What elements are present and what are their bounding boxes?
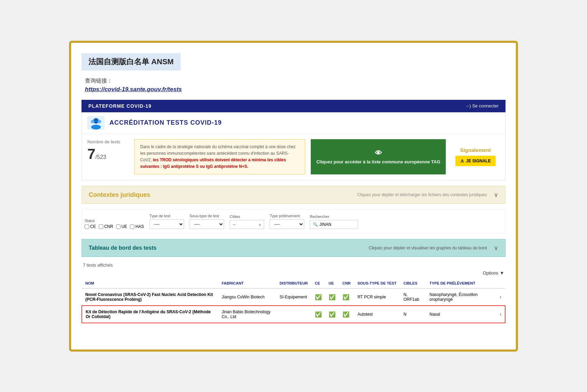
tests-count-label: Nombre de tests bbox=[87, 139, 129, 144]
cell-ce: ✅ bbox=[311, 288, 325, 306]
tableau-title: Tableau de bord des tests bbox=[89, 245, 156, 251]
type-test-label: Type de test bbox=[150, 214, 184, 218]
search-icon: 🔍 bbox=[313, 222, 318, 227]
platform-name: PLATEFORME COVID-19 bbox=[88, 103, 152, 109]
rechercher-input-wrapper[interactable]: 🔍 bbox=[310, 220, 358, 229]
rechercher-label: Rechercher bbox=[310, 214, 358, 219]
svg-point-4 bbox=[98, 120, 101, 123]
filter-rechercher: Rechercher 🔍 bbox=[310, 214, 358, 229]
svg-point-2 bbox=[91, 125, 101, 130]
filter-sous-type: Sous-type de test ---- bbox=[190, 214, 224, 229]
cell-nom: Novel Coronavirus (SRAS-CoV-2) Fast Nucl… bbox=[82, 288, 218, 306]
filter-type-prel: Type prélèvement ---- bbox=[270, 214, 304, 229]
statut-cnr-text: CNR bbox=[104, 224, 113, 229]
cell-cibles: N bbox=[400, 306, 426, 323]
cell-distributeur: SI-Equipement bbox=[276, 288, 311, 306]
eu-tag-button-label: Cliquez pour accéder à la liste commune … bbox=[316, 159, 440, 164]
ce-check-icon: ✅ bbox=[315, 294, 322, 300]
col-sous-type: SOUS-TYPE DE TEST bbox=[354, 278, 400, 288]
cell-ue: ✅ bbox=[325, 288, 339, 306]
statut-has-label[interactable]: HAS bbox=[130, 224, 144, 229]
warning-icon: ⚠ bbox=[460, 159, 464, 163]
cell-action[interactable]: › bbox=[496, 288, 505, 306]
options-button[interactable]: Options ▼ bbox=[483, 270, 504, 276]
cell-action[interactable]: › bbox=[496, 306, 505, 323]
col-type-prel: TYPE DE PRÉLÈVEMENT bbox=[426, 278, 496, 288]
statut-cnr-checkbox[interactable] bbox=[99, 224, 103, 229]
cell-cnr: ✅ bbox=[339, 288, 354, 306]
cnr-check-icon: ✅ bbox=[343, 294, 349, 300]
tests-count-value: 7/523 bbox=[87, 146, 129, 162]
svg-point-3 bbox=[91, 120, 94, 123]
tests-count-total: /523 bbox=[95, 154, 106, 160]
type-prel-select[interactable]: ---- bbox=[270, 219, 304, 229]
options-dropdown-icon: ▼ bbox=[500, 270, 504, 276]
col-ce: CE bbox=[311, 278, 325, 288]
signalement-button[interactable]: ⚠ JE SIGNALE bbox=[455, 156, 495, 166]
statut-has-checkbox[interactable] bbox=[130, 224, 134, 229]
table-header-row: NOM FABRICANT DISTRIBUTEUR CE UE CNR SOU… bbox=[82, 278, 505, 288]
contextes-bar[interactable]: Contextes juridiques Cliquez pour déplie… bbox=[81, 186, 506, 204]
signalement-button-label: JE SIGNALE bbox=[466, 159, 491, 163]
platform-top: Accréditation Tests Covid-19 bbox=[82, 113, 505, 134]
filter-type-test: Type de test ---- bbox=[150, 214, 184, 229]
cell-fabricant: Jiangsu CoWin Biotech bbox=[218, 288, 276, 306]
cell-type-prel: Nasal bbox=[426, 306, 496, 323]
row-detail-arrow-icon[interactable]: › bbox=[500, 294, 501, 300]
cell-nom: Kit de Détection Rapide de l'Antigène du… bbox=[82, 306, 218, 323]
col-distributeur: DISTRIBUTEUR bbox=[276, 278, 311, 288]
statut-cnr-label[interactable]: CNR bbox=[99, 224, 113, 229]
table-row[interactable]: Novel Coronavirus (SRAS-CoV-2) Fast Nucl… bbox=[82, 288, 505, 306]
options-button-label: Options bbox=[483, 270, 498, 276]
info-text-bold: les TROD sérologiques utilisés doivent d… bbox=[140, 157, 286, 169]
rechercher-input[interactable] bbox=[319, 222, 354, 227]
page-title-box: 法国自测版白名单 ANSM bbox=[81, 53, 181, 70]
cell-cnr: ✅ bbox=[339, 306, 354, 323]
sous-type-select[interactable]: ---- bbox=[190, 219, 224, 229]
filters-row: Statut CE CNR UE HAS bbox=[81, 209, 506, 233]
col-ue: UE bbox=[325, 278, 339, 288]
type-prel-label: Type prélèvement bbox=[270, 214, 304, 218]
ue-check-icon: ✅ bbox=[329, 294, 336, 300]
outer-container: 法国自测版白名单 ANSM 查询链接： https://covid-19.san… bbox=[69, 41, 518, 352]
row-detail-arrow-icon[interactable]: › bbox=[500, 311, 501, 317]
eye-icon: 👁 bbox=[375, 149, 382, 157]
login-link[interactable]: →) Se connecter bbox=[465, 103, 499, 108]
table-header: NOM FABRICANT DISTRIBUTEUR CE UE CNR SOU… bbox=[82, 278, 505, 288]
table-row[interactable]: Kit de Détection Rapide de l'Antigène du… bbox=[82, 306, 505, 323]
table-body: Novel Coronavirus (SRAS-CoV-2) Fast Nucl… bbox=[82, 288, 505, 323]
sous-type-label: Sous-type de test bbox=[190, 214, 224, 218]
cell-ue: ✅ bbox=[325, 306, 339, 323]
query-link[interactable]: https://covid-19.sante.gouv.fr/tests bbox=[85, 86, 182, 93]
filter-statut: Statut CE CNR UE HAS bbox=[85, 219, 144, 229]
statut-ue-text: UE bbox=[122, 224, 127, 229]
statut-ue-label[interactable]: UE bbox=[116, 224, 127, 229]
info-box: Dans le cadre de la stratégie nationale … bbox=[134, 139, 305, 175]
eu-tag-button[interactable]: 👁 Cliquez pour accéder à la liste commun… bbox=[311, 139, 446, 175]
tableau-chevron-icon: ∨ bbox=[494, 244, 498, 252]
cell-sous-type: Autotest bbox=[354, 306, 400, 323]
options-row: Options ▼ bbox=[81, 270, 506, 276]
statut-ce-text: CE bbox=[90, 224, 96, 229]
filter-cibles: Cibles -- ∨ bbox=[230, 214, 264, 229]
cnr-check-icon: ✅ bbox=[343, 312, 349, 317]
cibles-label: Cibles bbox=[230, 214, 264, 219]
statut-ce-label[interactable]: CE bbox=[85, 224, 96, 229]
results-table: NOM FABRICANT DISTRIBUTEUR CE UE CNR SOU… bbox=[81, 278, 506, 323]
cibles-dropdown-icon: ∨ bbox=[259, 223, 261, 227]
header-bar: PLATEFORME COVID-19 →) Se connecter bbox=[81, 100, 506, 112]
cell-fabricant: Jinan Babio Biotechnology Co., Ltd bbox=[218, 306, 276, 323]
tableau-bar[interactable]: Tableau de bord des tests Cliquez pour d… bbox=[81, 239, 506, 257]
ce-check-icon: ✅ bbox=[315, 312, 322, 317]
tests-affiches-label: 7 tests affichés bbox=[81, 262, 506, 268]
platform-section: Accréditation Tests Covid-19 Nombre de t… bbox=[81, 112, 506, 181]
cibles-input-wrapper[interactable]: -- ∨ bbox=[230, 220, 264, 229]
col-nom: NOM bbox=[82, 278, 218, 288]
statut-ue-checkbox[interactable] bbox=[116, 224, 121, 229]
query-section: 查询链接： https://covid-19.sante.gouv.fr/tes… bbox=[81, 77, 506, 93]
cell-type-prel: Nasopharyngé, Écouvillon oropharyngé bbox=[426, 288, 496, 306]
tests-count-box: Nombre de tests 7/523 bbox=[87, 139, 129, 175]
type-test-select[interactable]: ---- bbox=[150, 219, 184, 229]
statut-ce-checkbox[interactable] bbox=[85, 224, 89, 229]
tableau-hint: Cliquez pour déplier et visualiser les g… bbox=[369, 246, 487, 250]
